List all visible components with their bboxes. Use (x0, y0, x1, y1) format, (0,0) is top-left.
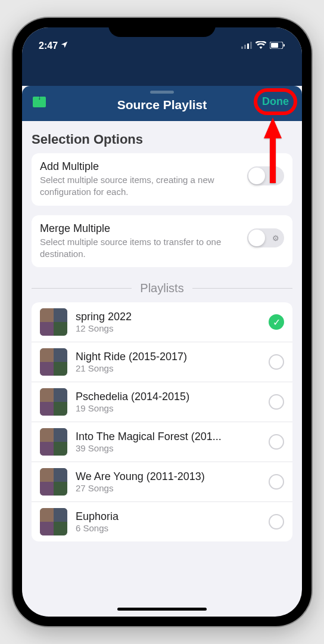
playlist-meta: 6 Songs (76, 523, 260, 533)
playlists-divider: Playlists (32, 281, 292, 295)
done-button-container: Done (260, 94, 291, 109)
wifi-icon (256, 41, 266, 51)
playlist-row[interactable]: Euphoria 6 Songs (32, 502, 292, 541)
playlists-section-title: Playlists (132, 281, 192, 295)
playlist-artwork (40, 308, 67, 336)
playlist-artwork (40, 428, 67, 456)
playlist-meta: 12 Songs (76, 323, 260, 333)
playlist-row[interactable]: spring 2022 12 Songs ✓ (32, 302, 292, 342)
playlist-info: Pschedelia (2014-2015) 19 Songs (76, 391, 260, 413)
playlist-info: Into The Magical Forest (201... 39 Songs (76, 431, 260, 453)
playlist-name: Pschedelia (2014-2015) (76, 391, 260, 403)
playlist-artwork (40, 388, 67, 416)
notch (108, 18, 216, 37)
playlist-info: Euphoria 6 Songs (76, 510, 260, 533)
playlist-name: Night Ride (2015-2017) (76, 351, 260, 363)
svg-rect-3 (250, 42, 252, 49)
add-multiple-option: Add Multiple Select multiple source item… (32, 153, 292, 206)
playlist-row[interactable]: Pschedelia (2014-2015) 19 Songs (32, 382, 292, 422)
option-text: Merge Multiple Select multiple source it… (40, 222, 240, 261)
sheet-header: Source Playlist Done (22, 86, 302, 121)
svg-rect-5 (271, 43, 278, 48)
playlist-name: Euphoria (76, 510, 260, 523)
playlist-artwork (40, 508, 67, 535)
playlist-artwork (40, 468, 67, 496)
checkbox-empty[interactable] (269, 474, 284, 490)
checkmark-icon[interactable]: ✓ (269, 314, 284, 330)
done-button[interactable]: Done (260, 94, 291, 109)
status-left: 2:47 (39, 41, 68, 51)
checkbox-empty[interactable] (269, 394, 284, 410)
option-desc: Select multiple source items to transfer… (40, 236, 240, 261)
status-time: 2:47 (39, 41, 58, 51)
playlist-name: spring 2022 (76, 311, 260, 323)
option-desc: Select multiple source items, creating a… (40, 174, 240, 199)
option-title: Add Multiple (40, 160, 240, 173)
sheet-grabber[interactable] (150, 91, 174, 94)
checkbox-empty[interactable] (269, 434, 284, 450)
phone-screen: 2:47 Source Playlist (22, 27, 302, 617)
playlist-meta: 21 Songs (76, 363, 260, 373)
page-title: Source Playlist (117, 98, 207, 112)
download-tray-icon[interactable] (33, 97, 46, 107)
playlist-row[interactable]: We Are Young (2011-2013) 27 Songs (32, 462, 292, 502)
location-icon (60, 41, 68, 51)
playlist-info: We Are Young (2011-2013) 27 Songs (76, 470, 260, 493)
playlist-row[interactable]: Into The Magical Forest (201... 39 Songs (32, 422, 292, 462)
home-indicator[interactable] (117, 608, 207, 611)
checkbox-empty[interactable] (269, 514, 284, 530)
option-title: Merge Multiple (40, 222, 240, 235)
merge-multiple-toggle[interactable] (247, 228, 284, 247)
phone-frame: 2:47 Source Playlist (13, 18, 311, 626)
content-scroll[interactable]: Selection Options Add Multiple Select mu… (22, 121, 302, 615)
playlist-name: We Are Young (2011-2013) (76, 470, 260, 483)
battery-icon (270, 41, 285, 51)
svg-rect-0 (241, 47, 243, 49)
playlist-row[interactable]: Night Ride (2015-2017) 21 Songs (32, 342, 292, 382)
signal-icon (241, 41, 252, 51)
merge-multiple-option: Merge Multiple Select multiple source it… (32, 215, 292, 268)
playlist-meta: 27 Songs (76, 483, 260, 493)
status-right (241, 41, 285, 51)
playlist-info: Night Ride (2015-2017) 21 Songs (76, 351, 260, 373)
playlist-meta: 19 Songs (76, 403, 260, 413)
playlist-artwork (40, 348, 67, 376)
playlist-meta: 39 Songs (76, 443, 260, 453)
add-multiple-toggle[interactable] (247, 166, 284, 185)
svg-rect-1 (244, 45, 246, 49)
header-spacer (22, 58, 302, 86)
svg-rect-2 (247, 44, 249, 49)
option-text: Add Multiple Select multiple source item… (40, 160, 240, 199)
checkbox-empty[interactable] (269, 354, 284, 370)
playlist-info: spring 2022 12 Songs (76, 311, 260, 333)
playlist-name: Into The Magical Forest (201... (76, 431, 260, 443)
selection-options-title: Selection Options (32, 132, 292, 147)
svg-rect-6 (284, 44, 285, 47)
playlist-list: spring 2022 12 Songs ✓ Night Ride (2015-… (32, 302, 292, 541)
